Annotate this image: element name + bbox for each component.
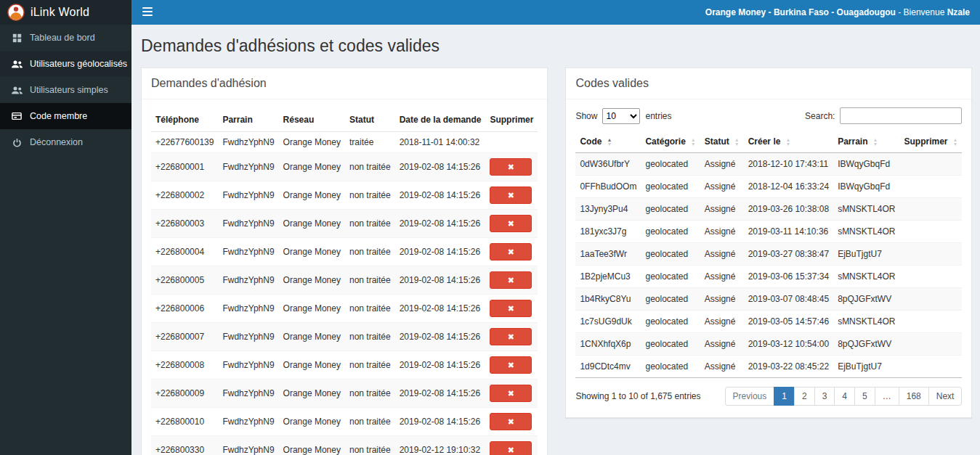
- delete-request-button[interactable]: ✖: [490, 243, 532, 261]
- cell-statut: Assigné: [700, 176, 744, 198]
- column-header-reseau: Réseau: [279, 108, 345, 132]
- cell-date: 2018-11-01 14:00:32: [395, 132, 486, 153]
- pagination-168[interactable]: 168: [899, 387, 929, 406]
- column-header-parrain[interactable]: Parrain▲▼: [833, 131, 899, 153]
- cell-telephone: +226800002: [151, 181, 218, 210]
- sidebar-item-tableau-de-bord[interactable]: Tableau de bord: [0, 25, 131, 51]
- cell-code: 1b4RkyC8Yu: [575, 288, 641, 311]
- delete-request-button[interactable]: ✖: [490, 186, 532, 204]
- column-header-categorie[interactable]: Catégorie▲▼: [641, 131, 700, 153]
- pagination-1[interactable]: 1: [774, 387, 795, 406]
- codes-table-body: 0dW36UfbrYgeolocatedAssigné2018-12-10 17…: [575, 153, 962, 378]
- cell-date: 2019-02-08 14:15:26: [395, 266, 486, 295]
- search-control: Search:: [805, 107, 962, 124]
- delete-x-icon: ✖: [508, 276, 514, 285]
- column-header-statut: Statut: [345, 108, 395, 132]
- cell-supprimer: [899, 176, 962, 198]
- sidebar-item-utilisateurs-geolocalises[interactable]: Utilisateurs géolocalisés: [0, 51, 131, 77]
- pagination-previous[interactable]: Previous: [725, 387, 775, 406]
- topbar: iLink World Orange Money - Burkina Faso …: [0, 0, 980, 25]
- cell-supprimer: ✖: [485, 238, 538, 266]
- request-row: +226800002FwdhzYphN9Orange Moneynon trai…: [151, 181, 538, 210]
- delete-request-button[interactable]: ✖: [490, 300, 532, 317]
- cell-categorie: geolocated: [641, 221, 700, 243]
- code-row: 0FFhBudOOmgeolocatedAssigné2018-12-04 16…: [575, 176, 962, 198]
- brand[interactable]: iLink World: [0, 0, 131, 25]
- cell-date: 2019-02-08 14:15:26: [395, 210, 486, 238]
- cell-reseau: Orange Money: [279, 436, 345, 455]
- cell-statut: non traitée: [345, 295, 395, 323]
- sort-desc-icon: ▼: [691, 142, 696, 147]
- cell-statut: Assigné: [700, 266, 744, 288]
- cell-reseau: Orange Money: [279, 153, 345, 181]
- cell-parrain: 8pQJGFxtWV: [833, 333, 899, 356]
- delete-request-button[interactable]: ✖: [490, 158, 532, 176]
- cell-statut: non traitée: [345, 181, 395, 210]
- cell-parrain: FwdhzYphN9: [218, 380, 278, 408]
- cell-statut: non traitée: [345, 408, 395, 436]
- column-header-statut[interactable]: Statut▲▼: [700, 131, 744, 153]
- cell-date: 2019-02-08 14:15:26: [395, 181, 486, 210]
- delete-request-button[interactable]: ✖: [490, 328, 532, 345]
- column-header-code[interactable]: Code▲▼: [575, 131, 641, 153]
- cell-code: 1CNXhfqX6p: [575, 333, 641, 356]
- cell-telephone: +226800005: [151, 266, 218, 295]
- sidebar: Tableau de bordUtilisateurs géolocalisés…: [0, 25, 131, 455]
- request-row: +22677600139FwdhzYphN9Orange Moneytraité…: [151, 132, 538, 153]
- delete-request-button[interactable]: ✖: [490, 413, 532, 430]
- cell-supprimer: ✖: [485, 351, 538, 380]
- delete-request-button[interactable]: ✖: [490, 215, 532, 232]
- delete-x-icon: ✖: [508, 389, 514, 398]
- topbar-context-segment: -: [829, 7, 837, 17]
- cell-supprimer: [899, 243, 962, 266]
- pagination-next[interactable]: Next: [928, 387, 963, 406]
- cell-statut: non traitée: [345, 210, 395, 238]
- pagination-2[interactable]: 2: [794, 387, 815, 406]
- column-header-supprimer[interactable]: Supprimer▲▼: [899, 131, 962, 153]
- pagination-5[interactable]: 5: [854, 387, 875, 406]
- cell-supprimer: [899, 198, 962, 221]
- delete-request-button[interactable]: ✖: [490, 385, 532, 402]
- column-header-creer-le[interactable]: Créer le▲▼: [744, 131, 833, 153]
- cell-date: 2019-02-08 14:15:26: [395, 153, 486, 181]
- main-content: Demandes d'adhésions et codes valides De…: [131, 0, 980, 455]
- menu-toggle-button[interactable]: [131, 0, 163, 25]
- cell-creer-le: 2019-03-11 14:10:36: [744, 221, 833, 243]
- pagination-3[interactable]: 3: [814, 387, 835, 406]
- cell-code: 1aaTee3fWr: [575, 243, 641, 266]
- sidebar-menu: Tableau de bordUtilisateurs géolocalisés…: [0, 25, 131, 155]
- sort-icons: ▲▼: [785, 138, 790, 146]
- cell-parrain: FwdhzYphN9: [218, 408, 278, 436]
- cell-supprimer: [899, 288, 962, 311]
- cell-date: 2019-02-08 14:15:26: [395, 408, 486, 436]
- cell-parrain: FwdhzYphN9: [218, 295, 278, 323]
- delete-x-icon: ✖: [508, 247, 514, 257]
- cell-statut: non traitée: [345, 238, 395, 266]
- sidebar-item-deconnexion[interactable]: Déconnexion: [0, 129, 131, 155]
- codes-panel-title: Codes valides: [566, 68, 971, 99]
- code-row: 1b4RkyC8YugeolocatedAssigné2019-03-07 08…: [575, 288, 962, 311]
- sidebar-item-code-membre[interactable]: Code membre: [0, 103, 131, 129]
- cell-parrain: IBWqyGbqFd: [833, 153, 899, 176]
- page-length-select[interactable]: 10: [602, 108, 640, 124]
- cell-reseau: Orange Money: [279, 238, 345, 266]
- pagination-4[interactable]: 4: [834, 387, 855, 406]
- sort-desc-icon: ▼: [785, 142, 790, 147]
- cell-telephone: +226800330: [151, 436, 218, 455]
- cell-parrain: FwdhzYphN9: [218, 266, 278, 295]
- cell-categorie: geolocated: [641, 311, 700, 333]
- column-label: Supprimer: [904, 136, 947, 147]
- cell-parrain: EjBuTjgtU7: [833, 243, 899, 266]
- topbar-context-segment: -: [766, 7, 774, 17]
- sidebar-item-utilisateurs-simples[interactable]: Utilisateurs simples: [0, 77, 131, 103]
- delete-request-button[interactable]: ✖: [490, 356, 532, 374]
- search-input[interactable]: [840, 107, 962, 124]
- code-row: 1CNXhfqX6pgeolocatedAssigné2019-03-12 10…: [575, 333, 962, 356]
- entries-info: Showing 1 to 10 of 1,675 entries: [575, 391, 700, 401]
- cell-telephone: +226800010: [151, 408, 218, 436]
- delete-request-button[interactable]: ✖: [490, 271, 532, 289]
- cell-creer-le: 2018-12-10 17:43:11: [744, 153, 833, 176]
- requests-table-header: TéléphoneParrainRéseauStatutDate de la d…: [151, 108, 538, 132]
- delete-request-button[interactable]: ✖: [490, 441, 532, 455]
- topbar-context-segment: Burkina Faso: [774, 7, 829, 17]
